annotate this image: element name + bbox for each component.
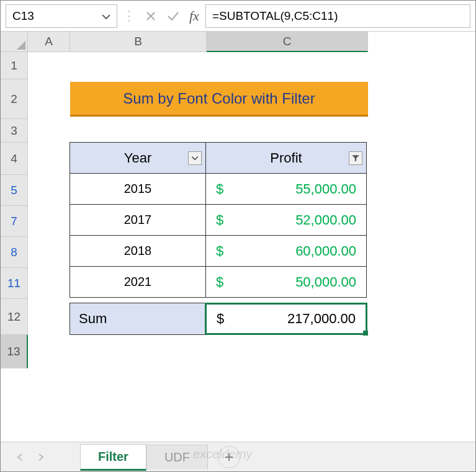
cell-profit: $50,000.00 <box>205 266 367 298</box>
header-year[interactable]: Year <box>70 142 206 174</box>
cancel-icon[interactable] <box>141 6 161 26</box>
cell-year: 2021 <box>70 266 206 298</box>
row-header-12[interactable]: 12 <box>1 299 28 335</box>
table-row[interactable]: 2017 $52,000.00 <box>70 205 368 236</box>
col-header-c[interactable]: C <box>207 32 368 52</box>
formula-bar: C13 ⋮ fx =SUBTOTAL(9,C5:C11) <box>1 1 475 32</box>
tab-nav-next-icon[interactable] <box>34 450 48 464</box>
row-header-11[interactable]: 11 <box>1 268 28 299</box>
row-header-5[interactable]: 5 <box>1 175 28 206</box>
chevron-down-icon[interactable] <box>102 9 110 23</box>
header-year-label: Year <box>124 150 151 166</box>
row-header-8[interactable]: 8 <box>1 237 28 268</box>
cell-year: 2017 <box>70 204 206 236</box>
grid: 1 2 3 4 5 7 8 11 12 13 Sum by Font Color… <box>1 52 475 449</box>
col-header-a[interactable]: A <box>28 32 70 52</box>
table-row[interactable]: 2015 $55,000.00 <box>70 174 368 205</box>
watermark: exceldemy <box>193 447 253 461</box>
enter-icon[interactable] <box>163 6 183 26</box>
cell-profit: $60,000.00 <box>205 235 367 267</box>
row-header-13[interactable]: 13 <box>1 335 28 368</box>
fx-icon[interactable]: fx <box>189 8 199 24</box>
sum-value-cell-selected[interactable]: $ 217,000.00 <box>205 303 367 335</box>
row-headers: 1 2 3 4 5 7 8 11 12 13 <box>1 52 28 449</box>
filter-active-icon <box>351 154 360 163</box>
name-box-value: C13 <box>12 9 34 23</box>
data-table: Year Profit 2015 $55,000.00 2017 <box>70 143 368 298</box>
filter-button-year[interactable] <box>188 151 202 165</box>
tab-filter[interactable]: Filter <box>80 444 146 471</box>
header-profit-label: Profit <box>270 150 302 166</box>
sum-row: Sum $ 217,000.00 <box>70 303 367 335</box>
sum-label-cell[interactable]: Sum <box>70 303 206 335</box>
cell-profit: $55,000.00 <box>205 173 367 205</box>
cell-year: 2015 <box>70 173 206 205</box>
header-profit[interactable]: Profit <box>205 142 367 174</box>
cells-area[interactable]: Sum by Font Color with Filter Year Profi… <box>28 52 475 449</box>
name-box[interactable]: C13 <box>6 4 117 28</box>
separator: ⋮ <box>122 8 136 24</box>
row-header-2[interactable]: 2 <box>1 79 28 119</box>
row-header-4[interactable]: 4 <box>1 143 28 175</box>
cell-profit: $52,000.00 <box>205 204 367 236</box>
chevron-down-icon <box>191 154 199 163</box>
row-header-7[interactable]: 7 <box>1 206 28 237</box>
formula-text: =SUBTOTAL(9,C5:C11) <box>212 9 338 23</box>
select-all-corner[interactable] <box>1 32 28 52</box>
row-header-3[interactable]: 3 <box>1 119 28 143</box>
table-row[interactable]: 2021 $50,000.00 <box>70 267 368 298</box>
column-header-row: A B C <box>1 32 475 52</box>
filter-button-profit-active[interactable] <box>349 151 362 165</box>
col-header-b[interactable]: B <box>70 32 207 52</box>
formula-input[interactable]: =SUBTOTAL(9,C5:C11) <box>205 4 470 28</box>
cell-year: 2018 <box>70 235 206 267</box>
banner-title: Sum by Font Color with Filter <box>70 82 368 117</box>
tab-nav-prev-icon[interactable] <box>13 450 27 464</box>
sheet-tabs: Filter UDF exceldemy <box>1 442 475 471</box>
row-header-1[interactable]: 1 <box>1 52 28 79</box>
table-row[interactable]: 2018 $60,000.00 <box>70 236 368 267</box>
